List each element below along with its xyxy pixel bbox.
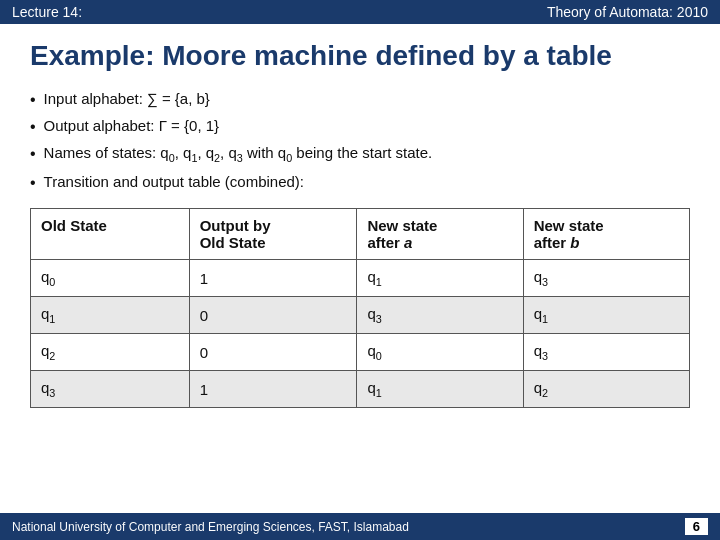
col-header-new-state-a: New stateafter a — [357, 209, 523, 260]
page-title: Example: Moore machine defined by a tabl… — [30, 40, 690, 72]
cell-old-state: q2 — [31, 334, 190, 371]
cell-old-state: q1 — [31, 297, 190, 334]
bullet-2: Output alphabet: Γ = {0, 1} — [30, 115, 690, 138]
cell-output: 0 — [189, 297, 357, 334]
table-row: q3 1 q1 q2 — [31, 371, 690, 408]
cell-output: 0 — [189, 334, 357, 371]
cell-old-state: q0 — [31, 260, 190, 297]
header-left: Lecture 14: — [12, 4, 82, 20]
cell-new-a: q3 — [357, 297, 523, 334]
col-header-new-state-b: New stateafter b — [523, 209, 689, 260]
state-table: Old State Output byOld State New stateaf… — [30, 208, 690, 408]
bullet-4-text: Transition and output table (combined): — [44, 171, 304, 193]
bullet-3: Names of states: q0, q1, q2, q3 with q0 … — [30, 142, 690, 167]
table-row: q2 0 q0 q3 — [31, 334, 690, 371]
footer-page-number: 6 — [685, 518, 708, 535]
header-bar: Lecture 14: Theory of Automata: 2010 — [0, 0, 720, 24]
bullet-2-text: Output alphabet: Γ = {0, 1} — [44, 115, 219, 137]
cell-new-b: q3 — [523, 260, 689, 297]
cell-old-state: q3 — [31, 371, 190, 408]
cell-new-a: q1 — [357, 371, 523, 408]
cell-new-b: q2 — [523, 371, 689, 408]
main-content: Example: Moore machine defined by a tabl… — [0, 24, 720, 418]
cell-new-a: q0 — [357, 334, 523, 371]
table-header-row: Old State Output byOld State New stateaf… — [31, 209, 690, 260]
bullet-4: Transition and output table (combined): — [30, 171, 690, 194]
bullet-3-text: Names of states: q0, q1, q2, q3 with q0 … — [44, 142, 433, 167]
cell-new-a: q1 — [357, 260, 523, 297]
col-header-output: Output byOld State — [189, 209, 357, 260]
cell-output: 1 — [189, 371, 357, 408]
col-header-old-state: Old State — [31, 209, 190, 260]
cell-output: 1 — [189, 260, 357, 297]
table-row: q1 0 q3 q1 — [31, 297, 690, 334]
cell-new-b: q3 — [523, 334, 689, 371]
bullet-1: Input alphabet: ∑ = {a, b} — [30, 88, 690, 111]
bullet-1-text: Input alphabet: ∑ = {a, b} — [44, 88, 210, 110]
bullet-list: Input alphabet: ∑ = {a, b} Output alphab… — [30, 88, 690, 194]
cell-new-b: q1 — [523, 297, 689, 334]
header-right: Theory of Automata: 2010 — [547, 4, 708, 20]
footer-text: National University of Computer and Emer… — [12, 520, 409, 534]
footer-bar: National University of Computer and Emer… — [0, 513, 720, 540]
table-row: q0 1 q1 q3 — [31, 260, 690, 297]
